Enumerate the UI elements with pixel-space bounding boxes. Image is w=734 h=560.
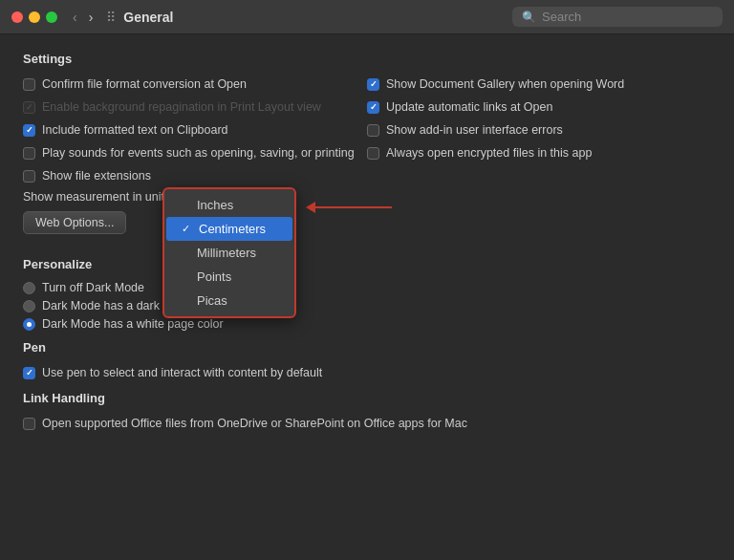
label-show-gallery: Show Document Gallery when opening Word (386, 77, 624, 91)
window-title: General (123, 10, 512, 25)
radio-row-white-page-color[interactable]: Dark Mode has a white page color (23, 317, 711, 331)
checkbox-row-enable-repag: Enable background repagination in Print … (23, 98, 367, 116)
arrow-head-icon (306, 202, 315, 213)
label-confirm-format: Confirm file format conversion at Open (42, 77, 247, 91)
label-show-addin: Show add-in user interface errors (386, 123, 563, 137)
content-area: Settings Confirm file format conversion … (0, 34, 734, 560)
checkbox-row-show-extensions[interactable]: Show file extensions (23, 167, 367, 184)
search-bar[interactable]: 🔍 (512, 7, 723, 27)
checkbox-use-pen[interactable] (23, 367, 35, 379)
personalize-section-title: Personalize (23, 257, 711, 271)
dropdown-label-inches: Inches (197, 198, 233, 212)
pen-section: Pen Use pen to select and interact with … (23, 340, 711, 381)
back-button[interactable]: ‹ (69, 8, 81, 27)
dropdown-container: Inches ✓ Centimeters Millimeters Points … (162, 187, 296, 318)
checkbox-enable-repag (23, 101, 35, 114)
settings-columns: Confirm file format conversion at Open E… (23, 75, 711, 248)
traffic-lights (11, 11, 57, 23)
checkbox-update-links[interactable] (367, 101, 379, 114)
close-button[interactable] (11, 11, 23, 23)
checkbox-row-update-links[interactable]: Update automatic links at Open (367, 98, 711, 116)
nav-arrows: ‹ › (69, 8, 97, 27)
pen-section-title: Pen (23, 340, 711, 355)
radio-row-dark-page-color[interactable]: Dark Mode has a dark page color (23, 299, 711, 312)
checkbox-play-sounds[interactable] (23, 147, 35, 160)
checkbox-open-supported[interactable] (23, 418, 35, 430)
minimize-button[interactable] (29, 11, 40, 23)
personalize-section: Personalize Turn off Dark Mode Dark Mode… (23, 257, 711, 331)
checkbox-confirm-format[interactable] (23, 78, 35, 91)
radio-white-page-color[interactable] (23, 318, 35, 331)
dropdown-label-picas: Picas (197, 293, 227, 308)
grid-icon: ⠿ (106, 10, 116, 25)
label-always-open-encrypted: Always open encrypted files in this app (386, 146, 592, 160)
checkbox-row-show-gallery[interactable]: Show Document Gallery when opening Word (367, 75, 711, 93)
arrow-line (315, 206, 392, 208)
dropdown-label-points: Points (197, 269, 231, 284)
dropdown-label-millimeters: Millimeters (197, 246, 256, 260)
label-use-pen: Use pen to select and interact with cont… (42, 366, 322, 379)
checkbox-always-open-encrypted[interactable] (367, 147, 379, 160)
label-open-supported: Open supported Office files from OneDriv… (42, 417, 467, 430)
dropdown-item-millimeters[interactable]: Millimeters (164, 241, 294, 265)
label-white-page-color: Dark Mode has a white page color (42, 317, 224, 331)
radio-dark-page-color[interactable] (23, 300, 35, 312)
dropdown-item-inches[interactable]: Inches (164, 193, 294, 217)
settings-section-title: Settings (23, 52, 711, 66)
fullscreen-button[interactable] (46, 11, 57, 23)
checkbox-row-open-supported[interactable]: Open supported Office files from OneDriv… (23, 415, 711, 432)
settings-right-column: Show Document Gallery when opening Word … (367, 75, 711, 248)
checkbox-show-addin[interactable] (367, 124, 379, 137)
search-input[interactable] (542, 10, 713, 24)
label-turn-off-dark: Turn off Dark Mode (42, 281, 144, 294)
search-icon: 🔍 (522, 11, 536, 24)
checkbox-row-include-formatted[interactable]: Include formatted text on Clipboard (23, 121, 367, 139)
dropdown-item-points[interactable]: Points (164, 265, 294, 289)
check-mark-centimeters: ✓ (182, 223, 193, 235)
label-include-formatted: Include formatted text on Clipboard (42, 123, 228, 137)
measure-label: Show measurement in units of (23, 190, 184, 204)
checkbox-include-formatted[interactable] (23, 124, 35, 137)
link-handling-section: Link Handling Open supported Office file… (23, 391, 711, 432)
link-handling-section-title: Link Handling (23, 391, 711, 405)
web-options-button[interactable]: Web Options... (23, 211, 126, 234)
dropdown-item-picas[interactable]: Picas (164, 289, 294, 312)
checkbox-row-always-open-encrypted[interactable]: Always open encrypted files in this app (367, 144, 711, 162)
forward-button[interactable]: › (85, 8, 97, 27)
dropdown-item-centimeters[interactable]: ✓ Centimeters (166, 217, 292, 241)
label-play-sounds: Play sounds for events such as opening, … (42, 146, 355, 160)
label-show-extensions: Show file extensions (42, 169, 151, 183)
checkbox-row-confirm-format[interactable]: Confirm file format conversion at Open (23, 75, 367, 93)
checkbox-show-extensions[interactable] (23, 170, 35, 183)
titlebar: ‹ › ⠿ General 🔍 (0, 0, 734, 34)
checkbox-show-gallery[interactable] (367, 78, 379, 91)
checkbox-row-use-pen[interactable]: Use pen to select and interact with cont… (23, 364, 711, 381)
label-enable-repag: Enable background repagination in Print … (42, 100, 321, 114)
checkbox-row-play-sounds[interactable]: Play sounds for events such as opening, … (23, 144, 367, 162)
checkbox-row-show-addin[interactable]: Show add-in user interface errors (367, 121, 711, 139)
dropdown-label-centimeters: Centimeters (199, 222, 266, 236)
arrow-pointer (306, 202, 392, 213)
dropdown-menu: Inches ✓ Centimeters Millimeters Points … (162, 187, 296, 318)
radio-row-turn-off-dark[interactable]: Turn off Dark Mode (23, 281, 711, 294)
radio-turn-off-dark[interactable] (23, 282, 35, 294)
label-update-links: Update automatic links at Open (386, 100, 552, 114)
